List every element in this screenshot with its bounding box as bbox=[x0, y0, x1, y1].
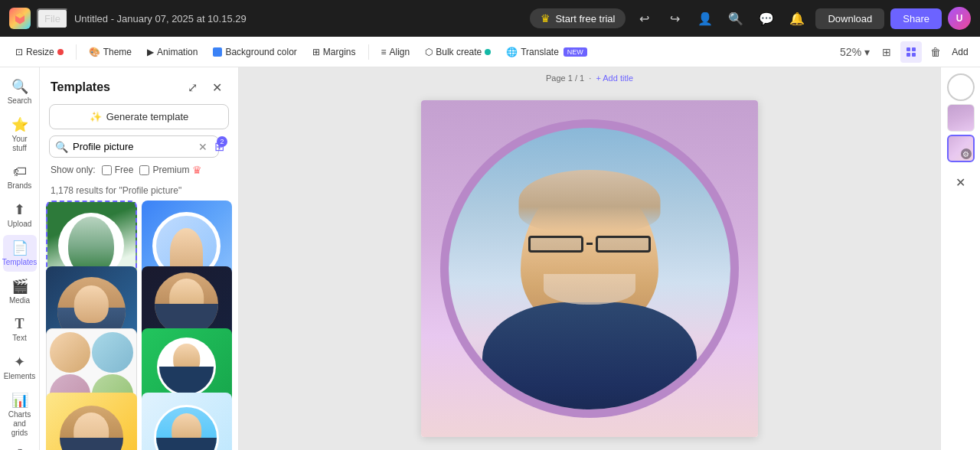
toolbar: ⊡ Resize 🎨 Theme ▶ Animation Background … bbox=[0, 37, 980, 67]
right-panel: ⚙ ✕ bbox=[940, 67, 980, 450]
panel-header-actions: ⤢ ✕ bbox=[181, 77, 227, 98]
close-panel-btn[interactable]: ✕ bbox=[206, 77, 227, 98]
templates-grid: ♛ Mary C. Sanders ♛ ✦ ✦ ✦ bbox=[40, 201, 238, 450]
translate-icon: 🌐 bbox=[506, 47, 518, 57]
premium-checkbox-label[interactable]: Premium ♛ bbox=[139, 164, 202, 176]
premium-checkbox[interactable] bbox=[139, 165, 149, 175]
white-color-swatch[interactable] bbox=[947, 73, 975, 101]
resize-icon: ⊡ bbox=[15, 47, 23, 57]
add-btn[interactable]: Add bbox=[949, 41, 971, 63]
close-right-panel-btn[interactable]: ✕ bbox=[950, 171, 972, 193]
expand-panel-btn[interactable]: ⤢ bbox=[181, 77, 203, 98]
free-checkbox[interactable] bbox=[102, 165, 112, 175]
bulk-create-btn[interactable]: ⬡ Bulk create bbox=[419, 44, 497, 60]
grid-view-btn[interactable]: ⊞ bbox=[876, 41, 897, 63]
crown-icon: ♛ bbox=[541, 12, 550, 24]
bulk-icon: ⬡ bbox=[425, 47, 433, 57]
sparkle-icon: ✨ bbox=[90, 111, 102, 122]
sidebar-item-upload[interactable]: ⬆ Upload bbox=[3, 197, 37, 233]
file-menu[interactable]: File bbox=[37, 8, 68, 29]
help-btn[interactable]: 🔍 bbox=[724, 6, 748, 31]
sidebar-item-charts[interactable]: 📊 Charts and grids bbox=[3, 387, 37, 442]
margins-icon: ⊞ bbox=[312, 47, 320, 57]
search-clear-btn[interactable]: ✕ bbox=[198, 141, 207, 153]
design-thumb-2[interactable]: ⚙ bbox=[947, 135, 975, 162]
bg-color-btn[interactable]: Background color bbox=[207, 44, 302, 60]
canvas-area: Page 1 / 1 · + Add title bbox=[239, 67, 940, 450]
comments-btn[interactable]: 💬 bbox=[754, 6, 779, 31]
side-panel: Templates ⤢ ✕ ✨ Generate template 🔍 ✕ ⊞ … bbox=[40, 67, 239, 450]
topbar: File Untitled - January 07, 2025 at 10.1… bbox=[0, 0, 980, 37]
theme-icon: 🎨 bbox=[89, 47, 100, 57]
topbar-actions: ↩ ↪ 👤 🔍 💬 🔔 Download Share U bbox=[632, 6, 971, 31]
canvas-container bbox=[239, 87, 940, 450]
elements-icon: ✦ bbox=[14, 354, 25, 370]
app-logo bbox=[9, 8, 31, 29]
panel-title: Templates bbox=[51, 80, 110, 94]
upload-icon: ⬆ bbox=[14, 201, 25, 218]
bell-btn[interactable]: 🔔 bbox=[785, 6, 809, 31]
resize-btn[interactable]: ⊡ Resize bbox=[9, 44, 70, 60]
bg-color-dot bbox=[213, 47, 222, 57]
charts-icon: 📊 bbox=[11, 392, 28, 409]
delete-btn[interactable]: 🗑 bbox=[925, 41, 946, 63]
svg-rect-3 bbox=[912, 53, 916, 57]
redo-btn[interactable]: ↪ bbox=[662, 6, 687, 31]
margins-btn[interactable]: ⊞ Margins bbox=[306, 44, 362, 60]
align-icon: ≡ bbox=[381, 47, 387, 57]
search-icon-left: 🔍 bbox=[55, 141, 68, 153]
toolbar-right-icons: ⊞ 🗑 Add bbox=[876, 41, 971, 63]
sidebar-item-elements[interactable]: ✦ Elements bbox=[3, 349, 37, 386]
sidebar-item-addons[interactable]: ➕ Add-ons bbox=[3, 444, 37, 450]
share-button[interactable]: Share bbox=[890, 8, 942, 29]
sep2 bbox=[368, 44, 369, 60]
translate-btn[interactable]: 🌐 Translate NEW bbox=[500, 44, 593, 60]
generate-template-btn[interactable]: ✨ Generate template bbox=[49, 104, 229, 129]
results-count: 1,178 results for "Profile picture" bbox=[40, 182, 238, 201]
panel-header: Templates ⤢ ✕ bbox=[40, 67, 238, 104]
sidebar-item-templates[interactable]: 📄 Templates bbox=[3, 235, 37, 272]
bulk-dot bbox=[485, 49, 491, 55]
premium-icon: ♛ bbox=[192, 164, 202, 176]
design-thumb-1[interactable] bbox=[947, 104, 975, 132]
show-only-bar: Show only: Free Premium ♛ bbox=[40, 164, 238, 182]
animation-icon: ▶ bbox=[147, 47, 154, 57]
main: 🔍 Search ⭐ Your stuff 🏷 Brands ⬆ Upload … bbox=[0, 67, 980, 450]
add-title-link[interactable]: + Add title bbox=[596, 73, 633, 83]
svg-rect-0 bbox=[906, 47, 910, 51]
sep1 bbox=[76, 44, 77, 60]
search-filter-btn[interactable]: ⊞ 2 bbox=[214, 139, 224, 154]
sidebar-item-brands[interactable]: 🏷 Brands bbox=[3, 159, 37, 195]
free-checkbox-label[interactable]: Free bbox=[102, 165, 134, 175]
gear-overlay-icon: ⚙ bbox=[961, 148, 972, 159]
page-label: Page 1 / 1 · + Add title bbox=[239, 67, 940, 87]
sidebar-item-search[interactable]: 🔍 Search bbox=[3, 73, 37, 110]
theme-btn[interactable]: 🎨 Theme bbox=[83, 44, 138, 60]
download-button[interactable]: Download bbox=[815, 8, 884, 29]
sidebar-item-media[interactable]: 🎬 Media bbox=[3, 273, 37, 310]
star-icon: ⭐ bbox=[11, 116, 28, 133]
zoom-value-btn[interactable]: 52% ▾ bbox=[837, 44, 873, 60]
animation-btn[interactable]: ▶ Animation bbox=[141, 44, 204, 60]
text-icon: T bbox=[15, 316, 24, 332]
template-item[interactable] bbox=[142, 393, 233, 451]
zoom-control: 52% ▾ bbox=[837, 44, 873, 60]
template-item[interactable] bbox=[46, 393, 137, 451]
account-btn[interactable]: 👤 bbox=[693, 6, 717, 31]
undo-btn[interactable]: ↩ bbox=[632, 6, 656, 31]
brand-icon: 🏷 bbox=[13, 164, 27, 180]
sidebar-item-your-stuff[interactable]: ⭐ Your stuff bbox=[3, 112, 37, 158]
media-icon: 🎬 bbox=[11, 278, 28, 295]
svg-rect-1 bbox=[912, 47, 916, 51]
left-nav: 🔍 Search ⭐ Your stuff 🏷 Brands ⬆ Upload … bbox=[0, 67, 40, 450]
align-btn[interactable]: ≡ Align bbox=[375, 44, 416, 60]
sidebar-item-text[interactable]: T Text bbox=[3, 311, 37, 347]
avatar: U bbox=[948, 7, 971, 30]
layout-view-btn[interactable] bbox=[900, 41, 922, 63]
templates-icon: 📄 bbox=[11, 240, 28, 256]
canvas-page[interactable] bbox=[421, 100, 758, 437]
search-bar: 🔍 ✕ ⊞ 2 bbox=[49, 135, 229, 158]
search-input[interactable] bbox=[49, 135, 219, 158]
new-badge: NEW bbox=[564, 47, 587, 57]
magic-btn[interactable]: ♛ Start free trial bbox=[530, 8, 626, 28]
